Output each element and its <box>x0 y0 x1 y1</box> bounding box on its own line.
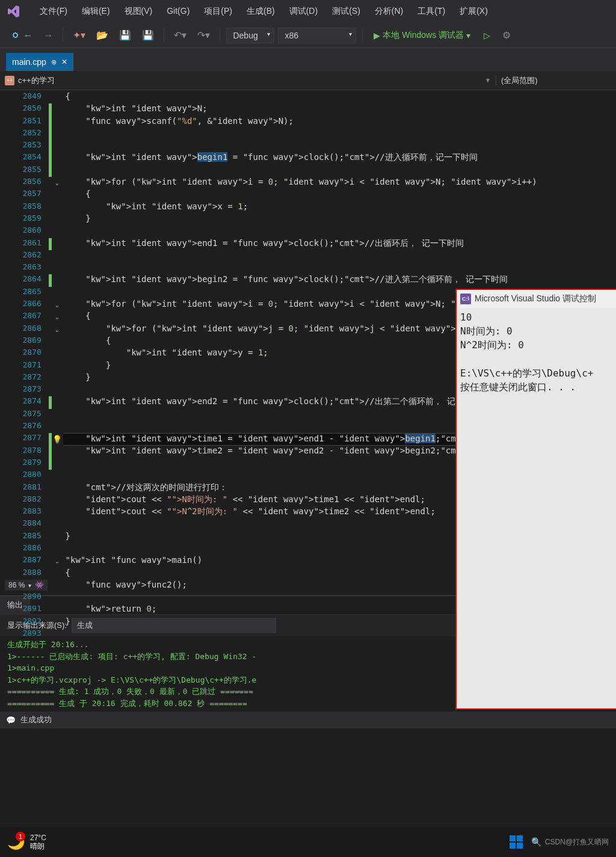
tab-label: main.cpp <box>12 57 46 67</box>
console-output: 10 N时间为: 0 N^2时间为: 0 E:\VS\c++的学习\Debug\… <box>457 308 616 396</box>
menu-item[interactable]: 生成(B) <box>239 6 282 17</box>
project-icon: ++ <box>5 76 14 85</box>
nav-fwd-icon[interactable]: → <box>40 28 57 43</box>
windows-start-icon[interactable] <box>510 835 523 849</box>
temperature: 27°C <box>30 834 46 842</box>
menu-item[interactable]: 文件(F) <box>32 6 75 17</box>
pin-icon[interactable]: ⊕ <box>51 58 57 66</box>
scope-right-label: (全局范围) <box>501 75 538 86</box>
debug-btn-label: 本地 Windows 调试器 <box>383 30 464 41</box>
vs-logo-icon <box>5 3 22 20</box>
menu-item[interactable]: 工具(T) <box>410 6 452 17</box>
undo-icon[interactable]: ↶▾ <box>170 27 190 43</box>
menu-item[interactable]: 调试(D) <box>282 6 325 17</box>
start-noDebug-icon[interactable]: ▷ <box>479 31 495 40</box>
console-title-text: Microsoft Visual Studio 调试控制 <box>475 293 596 304</box>
redo-icon[interactable]: ↷▾ <box>194 27 214 43</box>
weather-desc: 晴朗 <box>30 842 46 850</box>
weather-widget[interactable]: 🌙 1 27°C 晴朗 <box>7 834 46 851</box>
line-number-gutter: 2849285028512852285328542855285628572858… <box>0 90 49 595</box>
save-icon[interactable]: 💾 <box>116 27 135 43</box>
scope-selector[interactable]: ++ c++的学习 ▼ <box>0 75 496 86</box>
close-icon[interactable]: ✕ <box>61 58 67 66</box>
taskbar: 🌙 1 27°C 晴朗 🔍 CSDN@打鱼又晒网 <box>0 827 616 857</box>
open-file-icon[interactable]: 📂 <box>93 27 112 43</box>
menu-item[interactable]: Git(G) <box>159 6 197 17</box>
save-all-icon[interactable]: 💾 <box>138 27 158 43</box>
tab-strip: main.cpp ⊕ ✕ <box>0 48 616 71</box>
weather-badge: 1 <box>16 832 25 841</box>
scope-label: c++的学习 <box>18 75 55 86</box>
menu-item[interactable]: 视图(V) <box>117 6 160 17</box>
status-message: 生成成功 <box>20 714 52 725</box>
watermark: CSDN@打鱼又晒网 <box>545 837 609 847</box>
menu-item[interactable]: 测试(S) <box>325 6 368 17</box>
taskbar-search[interactable]: 🔍 CSDN@打鱼又晒网 <box>531 837 609 847</box>
menu-item[interactable]: 项目(P) <box>197 6 239 17</box>
config-select[interactable]: Debug <box>226 28 274 43</box>
fold-margin: ⌄⌄⌄⌄💡⌄ <box>52 90 63 595</box>
comment-icon[interactable]: 💬 <box>6 716 16 725</box>
toolbar: ⭘ ← → ✦▾ 📂 💾 💾 ↶▾ ↷▾ Debug x86 ▶ 本地 Wind… <box>0 23 616 48</box>
platform-select[interactable]: x86 <box>278 28 356 43</box>
menu-item[interactable]: 扩展(X) <box>452 6 495 17</box>
debug-console-window: C:\ Microsoft Visual Studio 调试控制 10 N时间为… <box>455 289 616 710</box>
new-file-icon[interactable]: ✦▾ <box>69 27 89 43</box>
status-bar: 💬 生成成功 <box>0 711 616 728</box>
nav-bar: ++ c++的学习 ▼ (全局范围) <box>0 71 616 90</box>
nav-back-icon[interactable]: ⭘ ← <box>7 28 36 43</box>
menu-item[interactable]: 编辑(E) <box>75 6 117 17</box>
zoom-level[interactable]: 86 % ▾ 👾 <box>5 580 48 591</box>
search-icon: 🔍 <box>531 837 541 847</box>
console-titlebar: C:\ Microsoft Visual Studio 调试控制 <box>457 290 616 308</box>
zoom-label: 86 % <box>8 581 25 589</box>
menubar: 文件(F)编辑(E)视图(V)Git(G)项目(P)生成(B)调试(D)测试(S… <box>0 0 616 23</box>
console-app-icon: C:\ <box>460 293 471 304</box>
tab-main-cpp[interactable]: main.cpp ⊕ ✕ <box>6 53 73 71</box>
extra-icon[interactable]: ⚙ <box>499 27 514 43</box>
menu-item[interactable]: 分析(N) <box>368 6 410 17</box>
scope-right[interactable]: (全局范围) <box>496 75 616 86</box>
start-debug-button[interactable]: ▶ 本地 Windows 调试器 ▾ <box>369 30 475 41</box>
